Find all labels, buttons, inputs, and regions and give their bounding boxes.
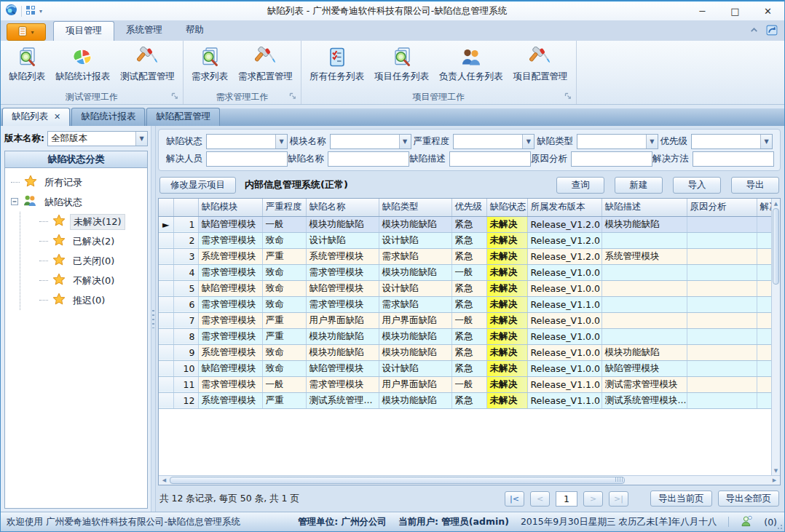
grid-cell[interactable]: 缺陷管理模块	[198, 360, 262, 376]
grid-cell[interactable]	[757, 264, 771, 280]
grid-cell[interactable]: 需求缺陷	[379, 248, 451, 264]
ribbon-button[interactable]: 所有任务列表	[304, 42, 369, 84]
defect-status-cell[interactable]: 未解决	[486, 280, 527, 296]
grid-cell[interactable]: 设计缺陷	[379, 360, 451, 376]
search-button[interactable]: 查询	[556, 177, 604, 194]
grid-cell[interactable]: 致命	[262, 296, 306, 312]
grid-cell[interactable]: Release_V1.2.0	[527, 248, 601, 264]
chevron-down-icon[interactable]: ▼	[760, 135, 772, 148]
grid-cell[interactable]: 致命	[262, 280, 306, 296]
defect-status-cell[interactable]: 未解决	[486, 360, 527, 376]
collapse-ribbon-icon[interactable]	[749, 25, 759, 37]
grid-cell[interactable]: 严重	[262, 392, 306, 408]
column-header[interactable]: 缺陷名称	[306, 199, 379, 216]
grid-cell[interactable]: 紧急	[451, 328, 486, 344]
table-row[interactable]: 3系统管理模块严重系统管理模块需求缺陷紧急未解决Release_V1.2.0系统…	[159, 248, 771, 264]
resize-grip-icon[interactable]	[776, 523, 783, 530]
chevron-down-icon[interactable]: ▼	[275, 135, 287, 148]
tree-item[interactable]: 缺陷状态	[11, 192, 146, 212]
grid-cell[interactable]	[687, 296, 757, 312]
grid-cell[interactable]: 一般	[262, 216, 306, 232]
grid-cell[interactable]	[687, 328, 757, 344]
export-all-pages-button[interactable]: 导出全部页	[718, 491, 780, 507]
defect-status-cell[interactable]: 未解决	[486, 264, 527, 280]
filter-combo[interactable]: ▼	[206, 134, 288, 149]
grid-cell[interactable]: 测试系统管理...	[306, 392, 379, 408]
scroll-right-icon[interactable]: ▶	[769, 477, 780, 483]
grid-cell[interactable]	[757, 296, 771, 312]
ribbon-button[interactable]: 需求列表	[186, 42, 233, 84]
row-selector-cell[interactable]: ►	[159, 216, 173, 232]
dialog-launcher-icon[interactable]	[564, 92, 572, 102]
grid-cell[interactable]: 模块功能缺陷	[601, 344, 687, 360]
grid-cell[interactable]: 需求管理模块	[198, 264, 262, 280]
ribbon-tab[interactable]: 系统管理	[114, 21, 174, 41]
column-header[interactable]: 所属发布版本	[527, 199, 601, 216]
table-row[interactable]: 5缺陷管理模块致命缺陷管理模块设计缺陷紧急未解决Release_V1.0.0	[159, 280, 771, 296]
grid-cell[interactable]: Release_V1.1.0	[527, 376, 601, 392]
filter-input[interactable]	[693, 151, 774, 167]
grid-cell[interactable]: 需求管理模块	[198, 296, 262, 312]
table-row[interactable]: ►1缺陷管理模块一般模块功能缺陷模块功能缺陷紧急未解决Release_V1.2.…	[159, 216, 771, 232]
grid-cell[interactable]: 模块功能缺陷	[306, 328, 379, 344]
grid-cell[interactable]	[687, 376, 757, 392]
grid-cell[interactable]	[757, 216, 771, 232]
table-row[interactable]: 12系统管理模块严重测试系统管理...模块功能缺陷紧急未解决Release_V1…	[159, 392, 771, 408]
grid-cell[interactable]	[601, 232, 687, 248]
grid-cell[interactable]	[687, 264, 757, 280]
dialog-launcher-icon[interactable]	[289, 92, 296, 102]
grid-cell[interactable]: 紧急	[451, 248, 486, 264]
row-selector-cell[interactable]	[159, 376, 173, 392]
scroll-down-icon[interactable]: ▼	[774, 466, 778, 475]
defect-status-cell[interactable]: 未解决	[486, 392, 527, 408]
grid-cell[interactable]	[687, 248, 757, 264]
table-row[interactable]: 11需求管理模块一般需求管理模块用户界面缺陷一般未解决Release_V1.1.…	[159, 376, 771, 392]
grid-cell[interactable]: 致命	[262, 232, 306, 248]
grid-cell[interactable]: 测试系统管理模块...	[601, 392, 687, 408]
horizontal-scrollbar[interactable]: ◀ ▶	[159, 475, 780, 485]
grid-cell[interactable]: 紧急	[451, 360, 486, 376]
grid-cell[interactable]: 系统管理模块	[198, 392, 262, 408]
defect-status-cell[interactable]: 未解决	[486, 328, 527, 344]
ribbon-button[interactable]: 项目任务列表	[369, 42, 434, 84]
table-row[interactable]: 10缺陷管理模块致命缺陷管理模块设计缺陷紧急未解决Release_V1.0.0缺…	[159, 360, 771, 376]
grid-cell[interactable]: 一般	[451, 312, 486, 328]
grid-cell[interactable]: 模块功能缺陷	[379, 392, 451, 408]
grid-cell[interactable]: 模块功能缺陷	[306, 344, 379, 360]
grid-cell[interactable]: 需求管理模块	[198, 328, 262, 344]
grid-cell[interactable]	[757, 280, 771, 296]
grid-cell[interactable]: 用户界面缺陷	[379, 312, 451, 328]
grid-cell[interactable]: 用户界面缺陷	[306, 312, 379, 328]
grid-cell[interactable]: 设计缺陷	[379, 232, 451, 248]
scroll-up-icon[interactable]: ▲	[774, 199, 778, 208]
scrollbar-thumb[interactable]	[773, 208, 779, 285]
grid-cell[interactable]: 致命	[262, 360, 306, 376]
grid-cell[interactable]	[757, 232, 771, 248]
export-current-page-button[interactable]: 导出当前页	[650, 491, 712, 507]
defect-status-cell[interactable]: 未解决	[486, 216, 527, 232]
grid-cell[interactable]: 缺陷管理模块	[198, 216, 262, 232]
grid-cell[interactable]: 系统管理模块	[306, 248, 379, 264]
column-header[interactable]: 缺陷描述	[601, 199, 687, 216]
row-selector-cell[interactable]	[159, 280, 173, 296]
close-icon[interactable]: ✕	[54, 112, 60, 122]
grid-cell[interactable]: 一般	[262, 376, 306, 392]
grid-cell[interactable]: Release_V1.0.0	[527, 312, 601, 328]
row-selector-cell[interactable]	[159, 264, 173, 280]
grid-cell[interactable]: 紧急	[451, 392, 486, 408]
grid-cell[interactable]	[687, 344, 757, 360]
filter-combo[interactable]: ▼	[453, 134, 534, 149]
filter-combo[interactable]: ▼	[330, 134, 411, 149]
filter-input[interactable]	[449, 151, 531, 167]
grid-cell[interactable]: 模块功能缺陷	[379, 344, 451, 360]
grid-cell[interactable]: 设计缺陷	[306, 232, 379, 248]
grid-cell[interactable]: 模块功能缺陷	[306, 216, 379, 232]
grid-cell[interactable]	[687, 216, 757, 232]
grid-cell[interactable]: 模块功能缺陷	[601, 216, 687, 232]
grid-cell[interactable]: Release_V1.1.0	[527, 296, 601, 312]
help-icon[interactable]	[766, 24, 778, 39]
row-selector-cell[interactable]	[159, 312, 173, 328]
row-selector-cell[interactable]	[159, 360, 173, 376]
ribbon-button[interactable]: 缺陷列表	[4, 42, 50, 84]
grid-cell[interactable]	[757, 344, 771, 360]
